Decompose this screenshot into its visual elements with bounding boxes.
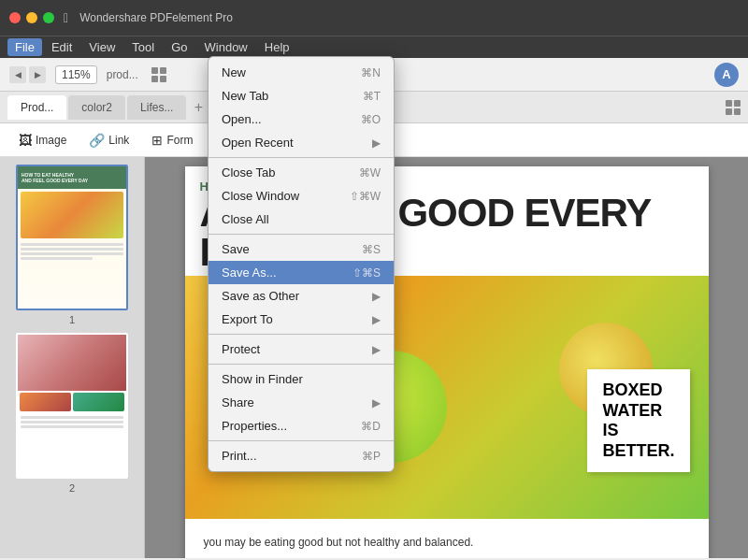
- menu-item-show-finder-label: Show in Finder: [222, 372, 381, 386]
- thumb-frame-2[interactable]: [16, 333, 128, 479]
- thumb-bottom-2: [18, 413, 126, 477]
- tab-color2[interactable]: color2: [68, 95, 125, 120]
- chevron-right-icon-4: ▶: [372, 343, 381, 356]
- thumb-line: [21, 252, 123, 255]
- thumb-lines-1: [18, 241, 126, 264]
- zoom-level[interactable]: 115%: [55, 65, 97, 84]
- app-name: Wondershare PDFelement Pro: [79, 11, 233, 24]
- menu-item-close-window[interactable]: Close Window ⇧⌘W: [209, 184, 394, 208]
- thumb-line: [21, 421, 123, 424]
- image-tool-button[interactable]: 🖼 Image: [9, 129, 76, 151]
- menu-view[interactable]: View: [81, 38, 122, 56]
- menu-item-save-as-label: Save As...: [222, 266, 352, 280]
- menu-item-export-to-label: Export To: [222, 312, 372, 326]
- menu-item-close-tab[interactable]: Close Tab ⌘W: [209, 161, 394, 184]
- thumb-frame-1[interactable]: HOW TO EAT HEALTHYAND FEEL GOOD EVERY DA…: [16, 165, 128, 310]
- menu-item-protect[interactable]: Protect ▶: [209, 337, 394, 361]
- title-bar-left:  Wondershare PDFelement Pro: [64, 10, 233, 25]
- menu-item-new-label: New: [222, 65, 361, 79]
- tab-add-button[interactable]: +: [188, 97, 209, 118]
- minimize-button[interactable]: [26, 12, 37, 23]
- menu-bar: File Edit View Tool Go Window Help: [0, 36, 748, 58]
- tab-prod[interactable]: Prod...: [7, 95, 66, 120]
- menu-item-print[interactable]: Print... ⌘P: [209, 444, 394, 467]
- thumbnail-2[interactable]: 2: [7, 333, 137, 494]
- thumb-line: [21, 248, 123, 251]
- menu-item-new[interactable]: New ⌘N: [209, 61, 394, 84]
- form-icon: ⊞: [151, 133, 163, 148]
- menu-item-print-label: Print...: [222, 449, 362, 463]
- sidebar: HOW TO EAT HEALTHYAND FEEL GOOD EVERY DA…: [0, 157, 145, 558]
- menu-item-new-tab-label: New Tab: [222, 89, 363, 103]
- thumb-img-1: [21, 192, 123, 238]
- close-button[interactable]: [9, 12, 21, 23]
- chevron-right-icon: ▶: [372, 136, 381, 150]
- menu-item-close-tab-label: Close Tab: [222, 165, 359, 179]
- menu-item-open[interactable]: Open... ⌘O: [209, 108, 394, 131]
- thumb-top-img-2: [18, 335, 126, 391]
- menu-item-properties[interactable]: Properties... ⌘D: [209, 414, 394, 438]
- page-icons: ◀ ▶: [9, 66, 46, 83]
- apple-logo-icon: : [64, 10, 68, 25]
- menu-item-save-shortcut: ⌘S: [362, 243, 381, 256]
- chevron-right-icon-2: ▶: [372, 290, 381, 303]
- chevron-right-icon-3: ▶: [372, 313, 381, 326]
- menu-item-export-to[interactable]: Export To ▶: [209, 308, 394, 331]
- link-tool-button[interactable]: 🔗 Link: [79, 129, 138, 151]
- chevron-right-icon-5: ▶: [372, 396, 381, 409]
- menu-item-protect-label: Protect: [222, 342, 372, 356]
- menu-file[interactable]: File: [7, 38, 42, 56]
- thumb-line: [21, 425, 123, 428]
- link-icon: 🔗: [89, 133, 105, 148]
- page-icon-left[interactable]: ◀: [9, 66, 26, 83]
- tab-lifes[interactable]: Lifes...: [127, 95, 186, 120]
- menu-help[interactable]: Help: [257, 38, 297, 56]
- tab-grid-view-icon[interactable]: [726, 100, 741, 115]
- thumb-color-block: [20, 393, 71, 411]
- filename-label: prod...: [107, 68, 138, 81]
- menu-item-properties-label: Properties...: [222, 419, 361, 433]
- menu-item-close-all-label: Close All: [222, 212, 381, 226]
- menu-divider-3: [209, 334, 394, 335]
- menu-item-new-tab-shortcut: ⌘T: [363, 90, 381, 103]
- maximize-button[interactable]: [43, 12, 54, 23]
- thumbnail-1[interactable]: HOW TO EAT HEALTHYAND FEEL GOOD EVERY DA…: [7, 165, 137, 325]
- thumb-line: [21, 243, 123, 246]
- link-label: Link: [108, 134, 129, 147]
- menu-item-save-as-other[interactable]: Save as Other ▶: [209, 284, 394, 308]
- thumb-label-1: 1: [69, 314, 75, 325]
- form-label: Form: [166, 134, 193, 147]
- menu-divider-1: [209, 157, 394, 158]
- menu-item-share[interactable]: Share ▶: [209, 391, 394, 414]
- menu-item-open-recent-label: Open Recent: [222, 136, 372, 150]
- menu-item-save[interactable]: Save ⌘S: [209, 237, 394, 261]
- menu-item-close-window-shortcut: ⇧⌘W: [350, 190, 381, 203]
- menu-item-open-label: Open...: [222, 112, 361, 126]
- menu-item-close-all[interactable]: Close All: [209, 208, 394, 231]
- grid-icon[interactable]: [151, 67, 166, 82]
- menu-go[interactable]: Go: [164, 38, 194, 56]
- form-tool-button[interactable]: ⊞ Form: [142, 129, 202, 151]
- menu-item-new-shortcut: ⌘N: [361, 66, 381, 79]
- thumb-line: [21, 257, 93, 260]
- menu-item-save-as[interactable]: Save As... ⇧⌘S: [209, 261, 394, 284]
- grid-view-icons: [151, 67, 166, 82]
- menu-item-share-label: Share: [222, 395, 372, 409]
- thumb-label-2: 2: [69, 482, 75, 494]
- file-dropdown-menu: New ⌘N New Tab ⌘T Open... ⌘O Open Recent…: [208, 56, 395, 472]
- menu-divider-4: [209, 364, 394, 365]
- menu-item-save-as-other-label: Save as Other: [222, 289, 372, 303]
- tab-grid-icon: [726, 100, 741, 115]
- menu-item-new-tab[interactable]: New Tab ⌘T: [209, 84, 394, 108]
- menu-item-open-recent[interactable]: Open Recent ▶: [209, 131, 394, 154]
- menu-edit[interactable]: Edit: [44, 38, 79, 56]
- page-icon-right[interactable]: ▶: [29, 66, 46, 83]
- menu-tool[interactable]: Tool: [124, 38, 162, 56]
- avatar[interactable]: A: [714, 63, 739, 87]
- menu-item-print-shortcut: ⌘P: [362, 450, 381, 463]
- menu-window[interactable]: Window: [197, 38, 255, 56]
- thumb-color-block: [73, 393, 124, 411]
- thumb-header-text-1: HOW TO EAT HEALTHYAND FEEL GOOD EVERY DA…: [22, 172, 88, 183]
- menu-divider-5: [209, 440, 394, 441]
- menu-item-show-in-finder[interactable]: Show in Finder: [209, 367, 394, 391]
